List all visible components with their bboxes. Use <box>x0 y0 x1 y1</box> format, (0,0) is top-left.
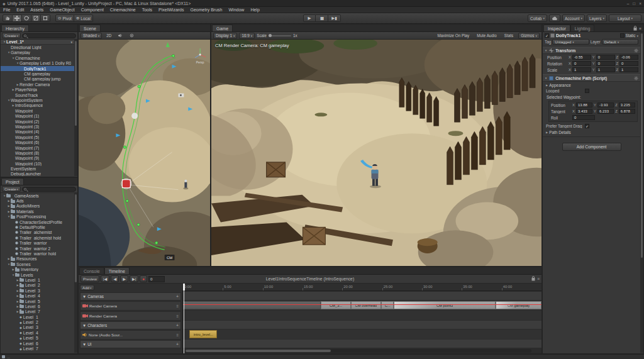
menu-geometry-brush[interactable]: Geometry Brush <box>187 8 226 12</box>
shading-mode-dropdown[interactable]: Shaded▾ <box>80 33 102 39</box>
looped-checkbox[interactable] <box>585 89 589 93</box>
fold-icon[interactable]: ▼ <box>82 342 86 346</box>
project-item[interactable]: Trailer_warrior <box>1 241 74 246</box>
hierarchy-search-input[interactable] <box>22 33 76 38</box>
project-item[interactable]: ▼_GameAssets <box>1 193 74 198</box>
project-item[interactable]: CharacterSelectProfile <box>1 219 74 224</box>
hierarchy-item[interactable]: Waypoint (8) <box>1 150 74 155</box>
menu-gameobject[interactable]: GameObject <box>47 8 77 12</box>
waypoint-value-field[interactable]: 3.235 <box>619 102 635 108</box>
timeline-group[interactable]: ▼UI+ <box>80 340 181 348</box>
hierarchy-item[interactable]: Waypoint <box>1 108 74 113</box>
timeline-clip[interactable]: C... <box>381 301 394 309</box>
stats-button[interactable]: Stats <box>502 33 516 39</box>
rotate-tool-button[interactable] <box>22 14 31 22</box>
pause-button[interactable]: ▮▮ <box>316 14 328 22</box>
space-toggle-button[interactable]: ⊕Local <box>74 14 93 22</box>
project-item[interactable]: ◆Level_1 <box>1 314 74 319</box>
active-checkbox[interactable]: ✓ <box>545 33 549 38</box>
tab-timeline[interactable]: Timeline <box>104 267 130 274</box>
hierarchy-item[interactable]: CM gameplay <box>1 71 74 76</box>
timeline-track[interactable]: Render Camera≡ <box>80 311 181 321</box>
project-item[interactable]: Trailer_alchemist <box>1 230 74 235</box>
transform-value-field[interactable]: 0 <box>596 61 615 66</box>
hierarchy-item[interactable]: Waypoint (9) <box>1 156 74 161</box>
appearance-foldout[interactable]: ▶Appearance <box>543 82 640 88</box>
tab-game[interactable]: Game <box>212 25 233 31</box>
tab-lighting[interactable]: Lighting <box>570 25 595 31</box>
transform-value-field[interactable]: 0 <box>619 61 638 66</box>
rect-tool-button[interactable] <box>41 14 50 22</box>
frame-field[interactable]: 0 <box>148 276 165 282</box>
waypoint-value-field[interactable]: -3.93 <box>597 102 614 108</box>
maximize-icon[interactable]: □ <box>633 1 635 6</box>
hierarchy-item[interactable]: Directional Light <box>1 45 74 50</box>
project-item[interactable]: ▼Scenes <box>1 262 74 267</box>
project-item[interactable]: ▶AudioMixers <box>1 204 74 209</box>
play-button[interactable]: ▶ <box>303 14 316 22</box>
project-search-input[interactable] <box>22 187 76 192</box>
project-item[interactable]: ▶Level_2 <box>1 283 74 288</box>
transform-value-field[interactable]: 1 <box>596 67 615 72</box>
cinemachine-path-header[interactable]: ▼ Cinemachine Path (Script) <box>543 74 640 82</box>
hierarchy-item[interactable]: CM gameplay jump <box>1 77 74 82</box>
account-button[interactable]: Account▾ <box>562 14 585 22</box>
hierarchy-item[interactable]: Waypoint (7) <box>1 145 74 150</box>
timeline-lanes[interactable]: 0:005:0010:0015:0020:0025:0030:0035:0040… <box>183 284 541 353</box>
static-dropdown-icon[interactable]: ▾ <box>636 34 638 38</box>
project-item[interactable]: ▶Inventory <box>1 267 74 272</box>
add-track-icon[interactable]: + <box>176 342 179 346</box>
scale-slider[interactable] <box>269 35 291 36</box>
timeline-clip[interactable]: CM overhead <box>351 301 381 309</box>
collab-button[interactable]: Collab▾ <box>528 14 547 22</box>
layers-button[interactable]: Layers▾ <box>587 14 607 22</box>
add-track-icon[interactable]: + <box>176 294 179 299</box>
project-item[interactable]: Trailer_warrior hold <box>1 251 74 256</box>
timeline-track[interactable]: Render Camera≡ <box>80 301 181 311</box>
tab-scene[interactable]: Scene <box>79 25 101 31</box>
project-item[interactable]: ◆Level_5 <box>1 336 74 341</box>
timeline-play-icon[interactable]: ▶ <box>120 275 128 282</box>
track-options-icon[interactable]: ≡ <box>176 333 179 337</box>
project-item[interactable]: ▶Level_1 <box>1 277 74 282</box>
timeline-clip[interactable]: CM gameplay <box>496 301 541 309</box>
timeline-track-lane[interactable] <box>183 311 541 320</box>
menu-pixelwizards[interactable]: PixelWizards <box>155 8 187 12</box>
hand-tool-button[interactable] <box>3 14 13 22</box>
timeline-group[interactable]: ▼Cameras+ <box>80 292 181 301</box>
waypoint-value-field[interactable]: 0 <box>572 115 595 120</box>
waypoint-value-field[interactable]: 13.88 <box>576 102 592 108</box>
hierarchy-item[interactable]: SoundTrack <box>1 92 74 97</box>
timeline-preview-button[interactable]: Preview <box>80 275 99 282</box>
menu-cinemachine[interactable]: Cinemachine <box>107 8 139 12</box>
project-item[interactable]: ▼Levels <box>1 272 74 277</box>
aspect-dropdown[interactable]: 16:9▾ <box>239 33 255 39</box>
static-checkbox[interactable] <box>620 33 625 38</box>
transform-value-field[interactable]: -0.55 <box>572 55 591 60</box>
hierarchy-item[interactable]: Waypoint (2) <box>1 119 74 124</box>
prev-frame-icon[interactable]: ◀ <box>111 275 119 282</box>
transform-component-header[interactable]: ▼ Transform <box>543 47 640 54</box>
tab-hierarchy[interactable]: Hierarchy <box>1 25 29 31</box>
fold-icon[interactable]: ▼ <box>82 323 86 328</box>
project-item[interactable]: DefaultProfile <box>1 224 74 229</box>
transform-value-field[interactable]: -0.06 <box>619 55 638 60</box>
hierarchy-item[interactable]: ▼Gameplay Level 1 Dolly R0 <box>1 61 74 66</box>
playhead-handle[interactable] <box>183 284 185 290</box>
menu-window[interactable]: Window <box>225 8 247 12</box>
project-item[interactable]: ▶Level_6 <box>1 304 74 309</box>
hierarchy-item[interactable]: ▶IntroSequence <box>1 103 74 108</box>
toggle-2d-button[interactable]: 2D <box>104 33 114 39</box>
step-button[interactable]: ▶▮ <box>328 14 341 22</box>
hierarchy-item[interactable]: ▶PlayerNinja <box>1 87 74 92</box>
prefer-tangent-checkbox[interactable]: ✓ <box>585 124 589 128</box>
hierarchy-item[interactable]: ▼Level_1*▾ <box>1 40 74 45</box>
menu-assets[interactable]: Assets <box>27 8 47 12</box>
hierarchy-item[interactable]: ▼WaypointSystem <box>1 97 74 102</box>
track-options-icon[interactable]: ≡ <box>176 314 179 318</box>
track-options-icon[interactable]: ≡ <box>176 304 179 308</box>
menu-help[interactable]: Help <box>247 8 262 12</box>
hierarchy-item[interactable]: Waypoint (1) <box>1 113 74 118</box>
inspector-menu-icon[interactable]: ≡ <box>639 26 641 31</box>
project-item[interactable]: ◆Level_6 <box>1 341 74 346</box>
